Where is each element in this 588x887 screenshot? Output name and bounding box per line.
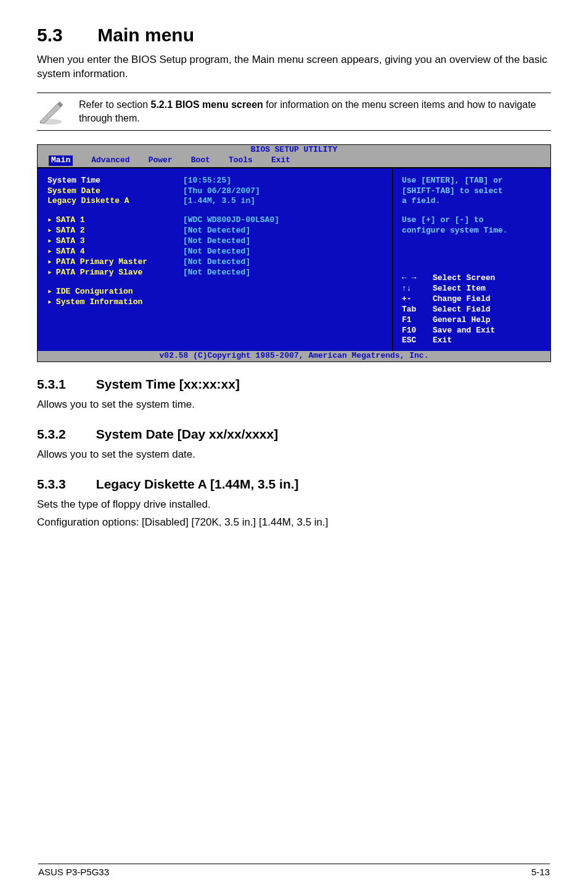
help-line: configure system Time. xyxy=(402,226,542,236)
value: [Not Detected] xyxy=(183,268,250,278)
key-label: Select Screen xyxy=(433,273,495,284)
note-box: Refer to section 5.2.1 BIOS menu screen … xyxy=(37,93,551,131)
section-heading: 5.3.2 System Date [Day xx/xx/xxxx] xyxy=(37,427,551,442)
value: [Not Detected] xyxy=(183,236,250,247)
bios-body: System Time [10:55:25] System Date [Thu … xyxy=(38,167,550,352)
bios-left-pane: System Time [10:55:25] System Date [Thu … xyxy=(38,167,393,352)
key: ↑↓ xyxy=(402,284,427,294)
pencil-icon xyxy=(37,98,64,125)
help-line: a field. xyxy=(402,196,542,207)
key-label: Change Field xyxy=(433,294,491,305)
bios-screen: BIOS SETUP UTILITY Main Advanced Power B… xyxy=(37,144,551,362)
bios-right-pane: Use [ENTER], [TAB] or [SHIFT-TAB] to sel… xyxy=(393,167,550,352)
value: [10:55:25] xyxy=(183,176,231,186)
label: System Time xyxy=(47,176,183,186)
section-title: Legacy Diskette A [1.44M, 3.5 in.] xyxy=(96,477,299,491)
section-body: Sets the type of floppy drive installed. xyxy=(37,498,551,512)
key-label: General Help xyxy=(433,315,491,326)
section-body: Allows you to set the system time. xyxy=(37,398,551,412)
section-num: 5.3.1 xyxy=(37,377,92,392)
label: SATA 3 xyxy=(47,236,183,247)
bios-tab-boot[interactable]: Boot xyxy=(191,155,210,166)
key-help: +-Change Field xyxy=(402,294,542,305)
value: [Thu 06/28/2007] xyxy=(183,186,260,197)
note-pre: Refer to section xyxy=(79,99,151,110)
value: [Not Detected] xyxy=(183,247,250,257)
intro-paragraph: When you enter the BIOS Setup program, t… xyxy=(37,53,551,81)
label: PATA Primary Master xyxy=(47,257,183,268)
value: [Not Detected] xyxy=(183,226,250,236)
key: F1 xyxy=(402,315,427,326)
label: SATA 4 xyxy=(47,247,183,257)
note-text: Refer to section 5.2.1 BIOS menu screen … xyxy=(79,98,551,125)
bios-tab-tools[interactable]: Tools xyxy=(229,155,253,166)
bios-tab-advanced[interactable]: Advanced xyxy=(91,155,129,166)
key-help: ↑↓Select Item xyxy=(402,284,542,294)
bios-tabs: Main Advanced Power Boot Tools Exit xyxy=(38,155,550,167)
key: ← → xyxy=(402,273,427,284)
label: SATA 1 xyxy=(47,215,183,226)
help-line: Use [+] or [-] to xyxy=(402,215,542,226)
row-sata2[interactable]: SATA 2[Not Detected] xyxy=(47,226,382,236)
label: PATA Primary Slave xyxy=(47,268,183,278)
bios-tab-main[interactable]: Main xyxy=(49,155,73,166)
row-system-date[interactable]: System Date [Thu 06/28/2007] xyxy=(47,186,382,197)
key-label: Save and Exit xyxy=(433,326,495,336)
row-pata-master[interactable]: PATA Primary Master[Not Detected] xyxy=(47,257,382,268)
page-heading: 5.3 Main menu xyxy=(37,25,551,46)
label: Legacy Diskette A xyxy=(47,196,183,207)
section-title: System Time [xx:xx:xx] xyxy=(96,377,240,391)
key: +- xyxy=(402,294,427,305)
row-pata-slave[interactable]: PATA Primary Slave[Not Detected] xyxy=(47,268,382,278)
heading-number: 5.3 xyxy=(37,25,92,46)
row-sata1[interactable]: SATA 1[WDC WD800JD-00LSA0] xyxy=(47,215,382,226)
bios-title: BIOS SETUP UTILITY xyxy=(38,145,550,155)
bios-header: BIOS SETUP UTILITY Main Advanced Power B… xyxy=(38,145,550,167)
row-ide-config[interactable]: IDE Coniguration xyxy=(47,287,382,297)
row-sata3[interactable]: SATA 3[Not Detected] xyxy=(47,236,382,247)
key-label: Exit xyxy=(433,336,452,346)
key-label: Select Field xyxy=(433,305,491,315)
note-bold: 5.2.1 BIOS menu screen xyxy=(151,99,263,110)
key-help: TabSelect Field xyxy=(402,305,542,315)
key: ESC xyxy=(402,336,427,346)
bios-tab-exit[interactable]: Exit xyxy=(271,155,290,166)
row-legacy-diskette[interactable]: Legacy Diskette A [1.44M, 3.5 in] xyxy=(47,196,382,207)
key-help: ESCExit xyxy=(402,336,542,346)
row-system-time[interactable]: System Time [10:55:25] xyxy=(47,176,382,186)
key-label: Select Item xyxy=(433,284,486,294)
row-sata4[interactable]: SATA 4[Not Detected] xyxy=(47,247,382,257)
heading-title: Main menu xyxy=(97,25,194,45)
key: Tab xyxy=(402,305,427,315)
row-system-info[interactable]: System Information xyxy=(47,297,382,308)
label: System Date xyxy=(47,186,183,197)
section-num: 5.3.2 xyxy=(37,427,92,442)
section-num: 5.3.3 xyxy=(37,477,92,492)
value: [WDC WD800JD-00LSA0] xyxy=(183,215,279,226)
section-heading: 5.3.3 Legacy Diskette A [1.44M, 3.5 in.] xyxy=(37,477,551,492)
section-body: Configuration options: [Disabled] [720K,… xyxy=(37,516,551,530)
value: [Not Detected] xyxy=(183,257,250,268)
value: [1.44M, 3.5 in] xyxy=(183,196,255,207)
section-body: Allows you to set the system date. xyxy=(37,448,551,462)
key-help: F10Save and Exit xyxy=(402,326,542,336)
help-line: Use [ENTER], [TAB] or xyxy=(402,176,542,186)
key-help: F1General Help xyxy=(402,315,542,326)
help-line: [SHIFT-TAB] to select xyxy=(402,186,542,197)
bios-footer: v02.58 (C)Copyright 1985-2007, American … xyxy=(38,351,550,361)
label: SATA 2 xyxy=(47,226,183,236)
section-heading: 5.3.1 System Time [xx:xx:xx] xyxy=(37,377,551,392)
key-help: ← →Select Screen xyxy=(402,273,542,284)
section-title: System Date [Day xx/xx/xxxx] xyxy=(96,427,278,441)
bios-tab-power[interactable]: Power xyxy=(149,155,173,166)
key: F10 xyxy=(402,326,427,336)
